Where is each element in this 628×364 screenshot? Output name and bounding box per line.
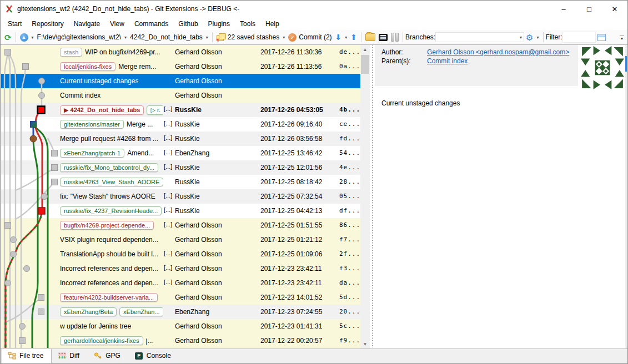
commit-log-button[interactable] xyxy=(377,33,389,42)
branch-badge[interactable]: russkie/fix_Mono_tabcontrol_dy... xyxy=(60,163,158,172)
menu-item-tools[interactable]: Tools xyxy=(235,18,260,29)
maximize-button[interactable]: □ xyxy=(576,1,602,17)
commit-date: 2017-12-25 08:18:42 xyxy=(260,178,337,186)
commit-list-scrollbar[interactable]: ▲ ▼ xyxy=(360,45,370,349)
commit-row[interactable]: fix: "View Stash" throws AOORE[...]RussK… xyxy=(1,189,360,204)
commit-row[interactable]: local/jenkins-fixesMerge rem...Gerhard O… xyxy=(1,59,360,74)
menu-item-plugins[interactable]: Plugins xyxy=(203,18,235,29)
branch-badge[interactable]: russkie/4263_View_Stash_AOORE xyxy=(60,178,163,186)
push-button[interactable]: ⬆ xyxy=(349,32,359,42)
commit-hash: df... xyxy=(339,207,360,214)
app-window: gitextensions_wt2 (4242_Do_not_hide_tabs… xyxy=(0,0,628,364)
menu-item-start[interactable]: Start xyxy=(3,18,27,29)
menu-item-repository[interactable]: Repository xyxy=(27,18,68,29)
commit-author: EbenZhang xyxy=(175,149,258,157)
commit-row[interactable]: gitextensions/masterMerge ...[...]RussKi… xyxy=(1,117,360,132)
tools-icon xyxy=(391,33,399,42)
branches-combobox[interactable]: ▾ xyxy=(435,32,524,42)
commit-message-cell: w update for Jenins tree xyxy=(60,319,163,333)
commit-row[interactable]: Commit indexGerhard Olsson xyxy=(1,88,360,103)
parent-commit-link[interactable]: Commit index xyxy=(427,57,468,65)
author-label: Author: xyxy=(381,48,427,56)
branch-dropdown[interactable]: 4242_Do_not_hide_tabs ▾ xyxy=(128,32,210,42)
minimize-button[interactable]: – xyxy=(551,1,576,17)
pane-splitter[interactable] xyxy=(370,45,375,349)
menu-item-help[interactable]: Help xyxy=(260,18,284,29)
commit-row[interactable]: Merge pull request #4268 from ...[...]Ru… xyxy=(1,132,360,146)
panel-scroll-rail[interactable] xyxy=(625,45,627,349)
stashes-button[interactable]: ↯ 22 saved stashes ▾ xyxy=(215,32,287,42)
commit-message-cell: xEbenZhang/patch-1Amend... xyxy=(60,146,163,160)
commit-info-panel: Author: Gerhard Olsson <gerhard.nospam@g… xyxy=(375,45,627,349)
gear-icon: ⚙ xyxy=(526,33,533,42)
file-explorer-button[interactable] xyxy=(364,32,377,42)
close-button[interactable]: ✕ xyxy=(602,1,627,17)
commit-row[interactable]: feature/n4202-buildserver-varia...Gerhar… xyxy=(1,290,360,305)
branch-badge[interactable]: xEbenZhan... xyxy=(119,307,163,316)
commit-date: 2017-12-23 07:24:55 xyxy=(260,308,337,316)
tab-gpg[interactable]: GPG xyxy=(88,348,129,363)
commit-row[interactable]: VSIX plugin required dependen...Gerhard … xyxy=(1,232,360,247)
tab-file-tree[interactable]: File tree xyxy=(2,348,52,363)
branch-badge[interactable]: xEbenZhang/Beta xyxy=(60,307,117,316)
commit-row[interactable]: russkie/fix_Mono_tabcontrol_dy...[...]Ru… xyxy=(1,160,360,175)
scrollbar-thumb[interactable] xyxy=(361,55,369,74)
commit-hash: 5d... xyxy=(339,294,360,301)
branch-badge[interactable]: russkie/fix_4237_RevisionHeade... xyxy=(60,206,162,215)
menu-item-navigate[interactable]: Navigate xyxy=(69,18,105,29)
toolbar-separator xyxy=(212,32,213,42)
commit-row[interactable]: stashWIP on bugfix/n4269-pr...Gerhard Ol… xyxy=(1,45,360,59)
commit-row[interactable]: xEbenZhang/patch-1Amend...[...]EbenZhang… xyxy=(1,146,360,160)
commit-hash: 28... xyxy=(339,178,360,185)
commit-row[interactable]: xEbenZhang/BetaxEbenZhan...EbenZhang2017… xyxy=(1,305,360,319)
stash-badge[interactable]: stash xyxy=(60,48,82,57)
menu-item-github[interactable]: Github xyxy=(173,18,203,29)
tab-diff[interactable]: ---+++ Diff xyxy=(52,348,88,363)
repo-path-dropdown[interactable]: F:\dev\gc\gitextensions_wt2\ ▾ xyxy=(36,32,128,42)
scroll-up-button[interactable]: ▲ xyxy=(360,45,370,54)
current-branch-label: 4242_Do_not_hide_tabs xyxy=(130,33,203,41)
commit-row[interactable]: russkie/fix_4237_RevisionHeade...[...]Ru… xyxy=(1,204,360,218)
tools-button[interactable] xyxy=(389,32,400,43)
commit-subject: Amend... xyxy=(127,149,154,157)
commit-row[interactable]: Incorrect references and depen...[...]Ge… xyxy=(1,276,360,290)
layout-button[interactable] xyxy=(596,33,607,42)
branch-badge[interactable]: gerhardol/local/jenkins-fixes xyxy=(60,336,143,345)
commit-row[interactable]: russkie/4263_View_Stash_AOORERussKie2017… xyxy=(1,175,360,189)
gpg-key-icon xyxy=(94,352,102,360)
commit-message-cell: xEbenZhang/BetaxEbenZhan... xyxy=(60,305,163,319)
commit-date: 2017-12-26 11:13:56 xyxy=(260,63,337,70)
branch-badge[interactable]: xEbenZhang/patch-1 xyxy=(60,149,124,158)
branch-badge[interactable]: bugfix/n4269-project-depende... xyxy=(60,221,154,230)
branch-badge[interactable]: ▷ r. xyxy=(147,105,163,115)
commit-author: RussKie xyxy=(175,106,258,114)
commit-row[interactable]: Incorrect references and depen...[...]Ge… xyxy=(1,261,360,276)
pull-button[interactable]: ⬇ ▾ xyxy=(334,32,349,42)
commit-author: RussKie xyxy=(175,193,258,200)
branch-badge[interactable]: ▶ 4242_Do_not_hide_tabs xyxy=(60,105,144,115)
menu-item-commands[interactable]: Commands xyxy=(129,18,173,29)
commit-label: Commit (2) xyxy=(299,33,331,41)
scroll-down-button[interactable]: ▼ xyxy=(360,340,370,349)
branch-badge[interactable]: local/jenkins-fixes xyxy=(60,62,115,71)
commit-message-cell: russkie/fix_Mono_tabcontrol_dy... xyxy=(60,160,163,175)
identicon-avatar xyxy=(579,45,626,90)
author-link[interactable]: Gerhard Olsson <gerhard.nospam@gmail.com… xyxy=(427,48,569,56)
tab-console[interactable]: E Console xyxy=(129,348,179,363)
commit-row[interactable]: TranslationApp should be built l...[...]… xyxy=(1,247,360,261)
branch-badge[interactable]: gitextensions/master xyxy=(60,120,124,129)
toolbar-separator xyxy=(543,32,544,42)
menu-item-view[interactable]: View xyxy=(105,18,129,29)
refresh-button[interactable]: ⟳ xyxy=(3,32,13,43)
commit-row[interactable]: bugfix/n4269-project-depende...[...]Gerh… xyxy=(1,218,360,232)
toolbar-overflow-button[interactable]: —▾ xyxy=(620,34,625,40)
go-superproject-button[interactable]: ▲ ▾ xyxy=(18,32,36,43)
filter-input[interactable] xyxy=(562,32,596,43)
commit-row[interactable]: gerhardol/local/jenkins-fixesj...Gerhard… xyxy=(1,333,360,348)
settings-button[interactable]: ⚙ ▾ xyxy=(524,32,540,43)
commit-button[interactable]: ✓ Commit (2) xyxy=(287,32,333,43)
commit-row[interactable]: Current unstaged changesGerhard Olsson xyxy=(1,74,360,88)
commit-row[interactable]: w update for Jenins treeGerhard Olsson20… xyxy=(1,319,360,333)
branch-badge[interactable]: feature/n4202-buildserver-varia... xyxy=(60,293,158,302)
commit-row[interactable]: ▶ 4242_Do_not_hide_tabs▷ r.[...]RussKie2… xyxy=(1,103,360,117)
